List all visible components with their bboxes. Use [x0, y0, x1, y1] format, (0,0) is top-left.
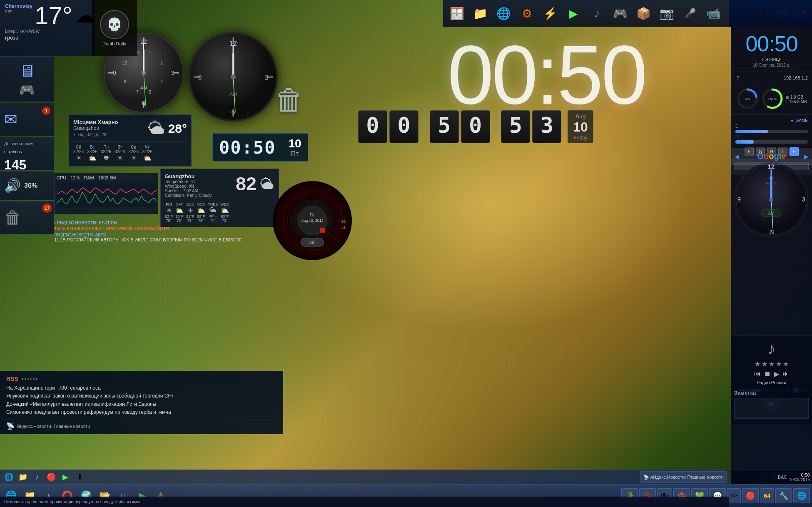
svg-text:9: 9: [198, 74, 202, 81]
google-prev-btn[interactable]: ◀: [735, 153, 739, 160]
weather-detail-city: Guangzhou: [73, 125, 118, 131]
taskbar-icon-box[interactable]: 📦: [633, 2, 654, 24]
drive-c-bar: [735, 130, 808, 133]
note-textarea[interactable]: [734, 398, 809, 419]
svg-text:45: 45: [341, 226, 346, 230]
forecast-icon-4: ☀: [115, 154, 125, 162]
rss-news1: 13/15 КОШКИ СЛУЖАТ ПРИЧИНОЙ САМОУБИЙСТВ: [54, 226, 283, 231]
google-next-btn[interactable]: ▶: [804, 153, 809, 160]
weather-condition: гроза: [5, 35, 90, 41]
svg-text:6: 6: [232, 109, 235, 116]
digital-date-num: 10: [288, 137, 301, 150]
death-rally-label: Death Rally: [102, 41, 126, 46]
taskbar-second-row: 🌐 📁 ♪ 🔴 ▶ ⬇ 📡 яНдекс.Новости: Главные но…: [0, 470, 729, 484]
forecast-day-temp-3: 32/26: [101, 149, 111, 154]
analog-clock-right: 12 3 6 9 AM: [187, 31, 279, 124]
cpu-gauge: CPU: [736, 87, 759, 111]
svg-text:AM: AM: [229, 91, 237, 97]
taskbar-icon-game[interactable]: 🎮: [609, 2, 631, 24]
note-widget: Заметка: [731, 386, 812, 424]
taskbar-icon-camera[interactable]: 📷: [656, 2, 677, 24]
svg-text:6: 6: [142, 100, 145, 107]
taskbar-app-tools[interactable]: 🔧: [775, 488, 792, 503]
w2-sun: SUN ☀ 91°F 75°: [186, 202, 194, 223]
taskbar-icon-windows[interactable]: 🪟: [446, 2, 468, 24]
mail-widget[interactable]: ✉ 1: [0, 103, 54, 136]
svg-text:2: 2: [160, 61, 163, 65]
right-clock-day: п'ятниця: [735, 56, 808, 62]
svg-text:4: 4: [160, 80, 163, 84]
death-rally-widget[interactable]: 💀 Death Rally: [92, 0, 137, 56]
music-next-btn[interactable]: ⏭: [782, 370, 789, 378]
weather2-conditions: Conditions: Partly Cloudy: [165, 193, 212, 198]
second-red-icon[interactable]: 🔴: [45, 471, 58, 483]
tray-second-row: БАС 0:50 10/08/2015: [731, 470, 812, 484]
w2-fri-day: FRI: [165, 202, 173, 206]
rss-headline-2: Янукович подписал закон о ратификации зо…: [6, 392, 277, 400]
svg-text:10: 10: [122, 61, 127, 65]
taskbar-icon-folder[interactable]: 📁: [469, 2, 491, 24]
svg-point-35: [231, 75, 236, 80]
svg-rect-46: [320, 228, 325, 233]
svg-text:8: 8: [124, 80, 126, 84]
forecast-icon-2: ⛅: [87, 154, 97, 162]
w2-wed-icon: ⛅: [220, 206, 229, 214]
second-play-icon[interactable]: ▶: [59, 471, 72, 483]
svg-text:AM: AM: [140, 85, 147, 90]
recycle-widget[interactable]: 🗑 17: [0, 201, 54, 234]
second-ie-icon[interactable]: 🌐: [2, 471, 15, 483]
w2-fri-icon: ☀: [165, 206, 173, 214]
countdown-days: 145: [4, 157, 26, 173]
ram-sizes: ⊞ 1.9 GB ↓ 155.8 MB: [786, 95, 807, 104]
music-stop-btn[interactable]: ⏹: [764, 370, 771, 378]
w2-mon-day: MON: [197, 202, 205, 206]
tray2-date: 10/08/2015: [789, 477, 810, 482]
taskbar-app-7[interactable]: ✏: [727, 488, 741, 503]
second-music-icon[interactable]: ♪: [30, 471, 44, 483]
countdown-widget: До нового року осталось 145: [0, 137, 54, 170]
trash-icon[interactable]: 🗑: [275, 83, 304, 117]
w2-sat-hi: 90°F: [175, 214, 184, 219]
big-clock-time: 00:50: [448, 28, 646, 121]
w2-tues-icon: 🌥: [208, 206, 218, 214]
music-prev-btn[interactable]: ⏮: [754, 370, 761, 378]
second-down-icon[interactable]: ⬇: [73, 471, 86, 483]
w2-wed: WED ⛅ 93°F 73°: [220, 202, 229, 223]
left-sidebar: 🖥 🎮 ✉ 1 До нового року осталось 145 🔊 36…: [0, 56, 54, 235]
taskbar-app-8[interactable]: 🔴: [742, 488, 759, 503]
music-play-btn[interactable]: ▶: [774, 370, 779, 378]
taskbar-app-ie[interactable]: 🌐: [793, 488, 810, 503]
taskbar-icon-video[interactable]: 📹: [702, 2, 724, 24]
taskbar-icon-play[interactable]: ▶: [563, 2, 584, 24]
open-app-news[interactable]: 📡 яНдекс.Новости: Главные новости: [640, 471, 727, 483]
taskbar-icon-music[interactable]: ♪: [586, 2, 608, 24]
w2-mon: MON ⛅ 89°F 75°: [197, 202, 205, 223]
top-right-clock-panel: [729, 0, 812, 27]
notification-bar: Симоненко предлагает провести референдум…: [0, 497, 729, 507]
drive-d-bar: [735, 140, 808, 144]
forecast-day-6: Чт 32/26 ⛅: [142, 145, 152, 162]
cpu-monitor-widget: CPU 12% RAM 1602.5M: [54, 173, 158, 214]
w2-fri: FRI ☀ 92°F 75°: [165, 202, 173, 223]
svg-text:50: 50: [341, 219, 346, 224]
taskbar-icon-lightning[interactable]: ⚡: [539, 2, 561, 24]
ram-value: 1602.5M: [98, 175, 116, 180]
taskbar-icon-mic[interactable]: 🎤: [679, 2, 701, 24]
forecast-day-temp-6: 32/26: [142, 149, 152, 154]
volume-widget[interactable]: 🔊 36%: [0, 171, 54, 200]
taskbar-icon-browser[interactable]: 🌐: [493, 2, 514, 24]
monitor-icon: 🖥: [19, 62, 35, 80]
forecast-day-name-6: Чт: [142, 145, 152, 149]
monitor-widget[interactable]: 🖥 🎮: [0, 56, 54, 102]
clock-svg-right: 12 3 6 9 AM: [187, 31, 279, 123]
countdown-sublabel: осталось: [4, 149, 22, 154]
right-clock-section: 00:50 п'ятниця 10 Серпень 2012 р.: [731, 27, 812, 72]
svg-text:9: 9: [737, 196, 741, 203]
second-folder-icon[interactable]: 📁: [16, 471, 30, 483]
svg-text:7: 7: [136, 90, 139, 94]
taskbar-app-64[interactable]: 64: [760, 488, 774, 503]
taskbar-icon-tool[interactable]: ⚙: [516, 2, 538, 24]
right-analog-clock: 12 3 6 9 Пт Aug 12 AM: [731, 158, 812, 241]
drive-e-label: E: GAME: [735, 118, 808, 123]
weather-detail-widget: Місцями Хмарно Guangzhou ℹ Від: 33° До: …: [69, 114, 192, 167]
